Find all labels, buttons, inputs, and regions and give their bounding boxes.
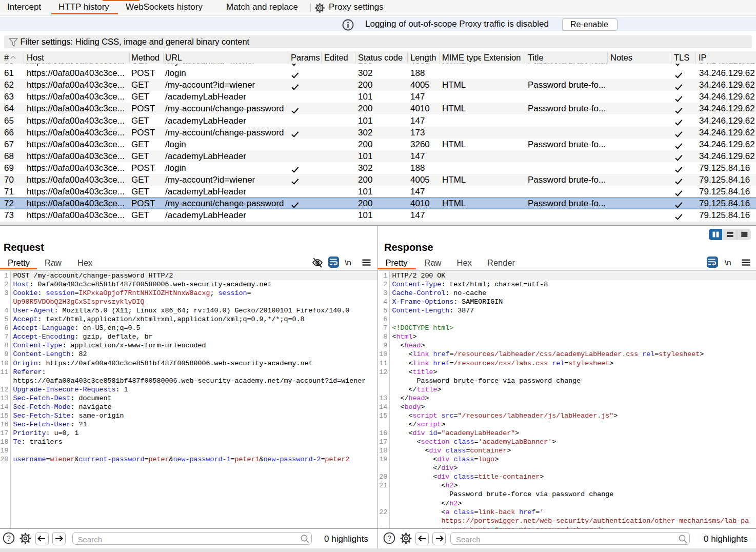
svg-text:?: ? [387,535,391,542]
svg-text:?: ? [7,535,11,542]
